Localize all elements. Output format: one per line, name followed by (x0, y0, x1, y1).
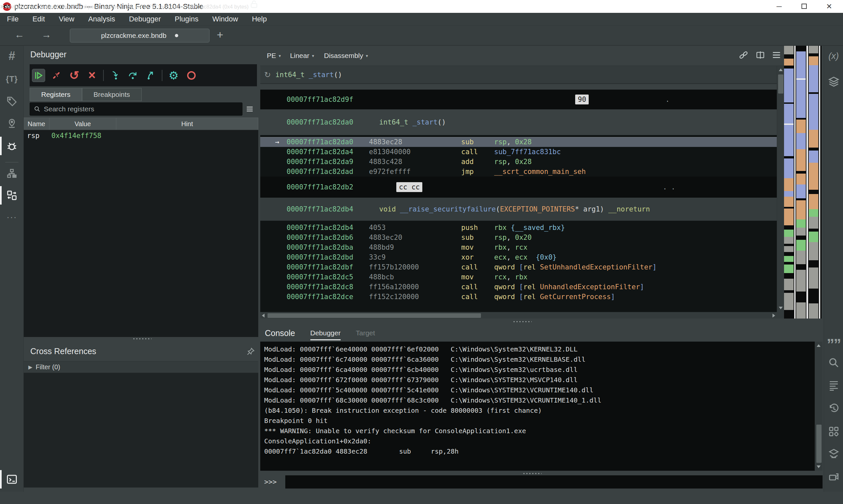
instruction-row[interactable]: 00007ff71ac82dad e972feffff jmp __scrt_c… (260, 167, 777, 177)
analysis-status[interactable]: Analysis Hold (5, 4, 38, 10)
step-return-button[interactable] (144, 69, 157, 82)
feature-map-column[interactable] (796, 46, 806, 319)
console-scrollbar-thumb[interactable] (816, 425, 822, 463)
cross-references-sidebar-icon[interactable] (0, 186, 24, 204)
plugins-icon[interactable] (824, 422, 843, 441)
menu-view[interactable]: View (52, 15, 81, 23)
instruction-row[interactable]: 00007ff71ac82db6 4883ec20 sub rsp, 0x20 (260, 233, 777, 242)
vertical-scrollbar-thumb[interactable] (778, 74, 783, 93)
minimize-button[interactable]: ─ (774, 2, 784, 11)
symbols-icon[interactable]: # (0, 47, 24, 65)
search-registers-input[interactable]: Search registers (30, 103, 243, 115)
function-band-row[interactable]: 00007ff71ac82da0int64_t _start() (260, 109, 777, 135)
types-icon[interactable]: {T} (0, 70, 24, 88)
kill-button[interactable]: × (85, 69, 98, 82)
more-panels-icon[interactable]: ··· (0, 208, 24, 226)
instruction-row[interactable]: 00007ff71ac82db4 4053 push rbx {__saved_… (260, 223, 777, 233)
pause-button[interactable] (185, 69, 198, 82)
menu-window[interactable]: Window (205, 15, 245, 23)
function-band-row[interactable]: 00007ff71ac82db4void __raise_securityfai… (260, 198, 777, 221)
find-icon[interactable] (824, 354, 843, 372)
xrefs-empty-list[interactable] (24, 373, 258, 488)
debugger-sidebar-icon[interactable] (0, 137, 24, 155)
tab-console-debugger[interactable]: Debugger (310, 324, 341, 342)
menu-debugger[interactable]: Debugger (122, 15, 168, 23)
console-scrollbar[interactable] (815, 342, 823, 471)
sync-link-button[interactable] (739, 50, 749, 61)
menu-file[interactable]: File (0, 15, 25, 23)
memory-map-icon[interactable] (0, 114, 24, 133)
scroll-down-arrow-icon[interactable] (817, 466, 821, 468)
memory-view-icon[interactable] (824, 467, 843, 486)
byte-highlight[interactable]: cc cc (396, 182, 422, 192)
vertical-scrollbar[interactable] (777, 66, 784, 312)
mini-graph-icon[interactable] (0, 164, 24, 183)
xrefs-filter-row[interactable]: ▶ Filter (0) (24, 361, 258, 373)
byte-highlight[interactable]: 90 (575, 94, 589, 104)
splitter-handle[interactable] (132, 338, 151, 340)
restart-button[interactable]: ↺ (68, 69, 81, 82)
representation-dropdown[interactable]: Disassembly▾ (324, 52, 368, 60)
instruction-row[interactable]: 00007ff71ac82da9 4883c428 add rsp, 0x28 (260, 157, 777, 167)
scroll-right-arrow-icon[interactable] (772, 313, 775, 318)
tab-console-target[interactable]: Target (356, 324, 375, 342)
splitter-handle[interactable] (513, 321, 532, 323)
platform-label[interactable]: windows-x86_64 (103, 4, 142, 10)
scroll-left-arrow-icon[interactable] (262, 313, 265, 318)
horizontal-scrollbar[interactable] (260, 312, 777, 319)
column-value[interactable]: Value (49, 118, 116, 130)
tab-breakpoints[interactable]: Breakpoints (82, 88, 142, 101)
instruction-row[interactable]: 00007ff71ac82dbd 33c9 xor ecx, ecx {0x0} (260, 252, 777, 262)
view-menu-button[interactable] (772, 52, 781, 60)
tags-icon[interactable] (0, 92, 24, 111)
forward-arrow-icon[interactable]: → (41, 29, 51, 40)
maximize-button[interactable] (800, 2, 809, 11)
menu-plugins[interactable]: Plugins (168, 15, 205, 23)
debugger-settings-button[interactable]: ⚙ (167, 69, 180, 82)
layout-dropdown[interactable]: Linear▾ (290, 52, 314, 60)
stack-view-icon[interactable] (824, 444, 843, 463)
horizontal-scrollbar-thumb[interactable] (268, 313, 481, 318)
document-tab[interactable]: plzcrackme.exe.bndb (70, 29, 210, 42)
stack-layers-icon[interactable] (824, 72, 843, 91)
lock-icon[interactable] (250, 4, 258, 10)
feature-map-column[interactable] (784, 46, 794, 319)
scroll-up-arrow-icon[interactable] (779, 69, 783, 71)
disconnect-button[interactable] (50, 69, 63, 82)
disassembly-listing[interactable]: 00007ff71ac82d9f90 . 00007ff71ac82da0int… (260, 84, 777, 312)
close-button[interactable]: ✕ (825, 2, 834, 11)
menu-analysis[interactable]: Analysis (82, 15, 122, 23)
scroll-down-arrow-icon[interactable] (779, 307, 783, 309)
step-into-button[interactable] (108, 69, 122, 82)
menu-help[interactable]: Help (245, 15, 274, 23)
instruction-row[interactable]: 00007ff71ac82dba 488bd9 mov rbx, rcx (260, 242, 777, 252)
log-icon[interactable] (824, 377, 843, 395)
comments-icon[interactable]: ”” (824, 332, 843, 350)
view-type-dropdown[interactable]: PE▾ (267, 52, 281, 60)
feature-map[interactable] (784, 46, 824, 319)
scroll-up-arrow-icon[interactable] (817, 344, 821, 347)
hex-dump-row[interactable]: 00007ff71ac82d9f90 . (260, 90, 777, 109)
feature-map-column[interactable] (809, 46, 818, 319)
console-log[interactable]: ModLoad: 00007fff`6ee40000 00007fff`6ef0… (260, 342, 815, 471)
instruction-row[interactable]: 00007ff71ac82dce ff152c120000 call qword… (260, 292, 777, 302)
column-hint[interactable]: Hint (116, 118, 258, 130)
variables-icon[interactable]: (x) (824, 47, 843, 65)
hex-dump-row[interactable]: 00007ff71ac82db2cc cc . . (260, 177, 777, 198)
register-menu-button[interactable] (243, 103, 257, 115)
tab-registers[interactable]: Registers (30, 88, 82, 101)
current-function-header[interactable]: ↻ int64_t _start() (260, 66, 784, 84)
register-row[interactable]: rsp0x4f14eff758 (24, 130, 258, 141)
split-view-button[interactable] (756, 51, 765, 61)
console-input[interactable] (285, 475, 823, 488)
new-tab-button[interactable]: + (217, 28, 223, 41)
history-icon[interactable] (824, 399, 843, 418)
instruction-row[interactable]: 00007ff71ac82dc5 488bcb mov rcx, rbx (260, 272, 777, 282)
instruction-row[interactable]: 00007ff71ac82dbf ff157b120000 call qword… (260, 262, 777, 272)
menu-edit[interactable]: Edit (25, 15, 52, 23)
instruction-row[interactable]: 00007ff71ac82da4 e813040000 call sub_7ff… (260, 147, 777, 157)
instruction-row[interactable]: 00007ff71ac82dc8 ff156a120000 call qword… (260, 282, 777, 292)
step-over-button[interactable] (126, 69, 139, 82)
pin-icon[interactable] (246, 347, 255, 357)
terminal-icon[interactable] (0, 470, 24, 488)
